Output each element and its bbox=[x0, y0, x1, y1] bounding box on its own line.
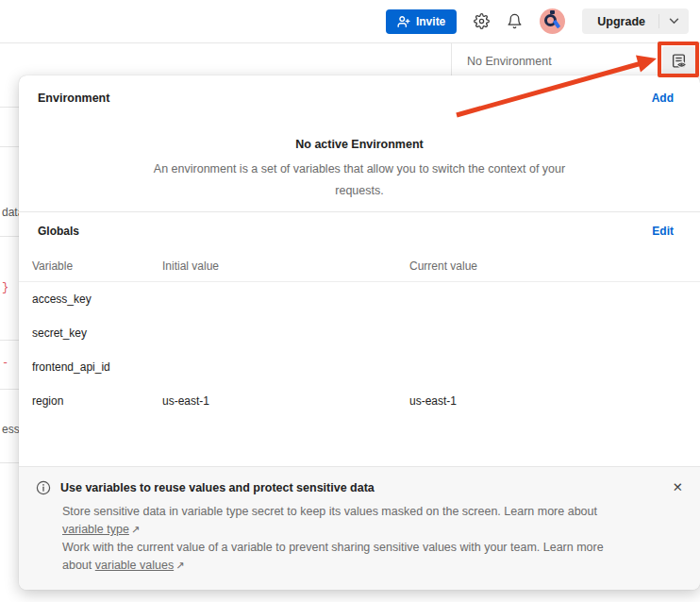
bell-icon bbox=[507, 13, 523, 29]
banner-paragraph: Store sensitive data in variable type se… bbox=[62, 503, 681, 539]
divider bbox=[0, 146, 19, 147]
variable-name: secret_key bbox=[32, 326, 162, 340]
column-header-initial-value: Initial value bbox=[162, 259, 409, 273]
divider bbox=[0, 462, 19, 463]
background-text-fragment: - bbox=[2, 357, 19, 370]
environment-panel-header: Environment Add bbox=[19, 75, 700, 121]
background-text-fragment: data bbox=[2, 206, 19, 219]
globals-title: Globals bbox=[38, 225, 79, 238]
divider bbox=[0, 236, 19, 237]
environment-selector[interactable]: No Environment bbox=[452, 43, 660, 78]
table-row[interactable]: region us-east-1 us-east-1 bbox=[19, 384, 700, 418]
variable-values-link[interactable]: variable values bbox=[95, 559, 174, 572]
background-page-strip: data } - ess bbox=[0, 77, 19, 602]
close-icon[interactable]: ✕ bbox=[673, 480, 683, 494]
environment-quick-look-icon bbox=[671, 53, 687, 69]
table-header-row: Variable Initial value Current value bbox=[19, 250, 700, 282]
notifications-button[interactable] bbox=[507, 13, 523, 29]
globals-header: Globals Edit bbox=[19, 211, 700, 250]
variable-name: frontend_api_id bbox=[32, 360, 162, 374]
environment-panel: Environment Add No active Environment An… bbox=[19, 75, 700, 590]
upgrade-button-label: Upgrade bbox=[582, 15, 658, 28]
gear-icon bbox=[474, 13, 490, 29]
external-link-icon: ↗ bbox=[175, 557, 184, 575]
no-active-environment-section: No active Environment An environment is … bbox=[19, 121, 700, 211]
variables-info-banner: Use variables to reuse values and protec… bbox=[19, 466, 700, 590]
environment-bar: No Environment bbox=[0, 42, 700, 77]
external-link-icon: ↗ bbox=[131, 521, 140, 539]
banner-text: Store sensitive data in variable type se… bbox=[62, 505, 597, 518]
info-icon bbox=[36, 480, 51, 495]
background-text-fragment: ess bbox=[2, 423, 19, 436]
avatar-pen bbox=[553, 20, 560, 29]
divider bbox=[0, 107, 19, 108]
background-text-fragment: } bbox=[2, 281, 19, 294]
environment-quick-look-button[interactable] bbox=[662, 46, 695, 75]
invite-button[interactable]: Invite bbox=[386, 9, 457, 34]
table-row[interactable]: secret_key bbox=[19, 316, 700, 350]
current-value: us-east-1 bbox=[409, 394, 700, 408]
banner-title-row: Use variables to reuse values and protec… bbox=[36, 480, 681, 495]
variable-type-link[interactable]: variable type bbox=[62, 523, 129, 536]
empty-state-description: An environment is a set of variables tha… bbox=[138, 159, 581, 202]
edit-globals-button[interactable]: Edit bbox=[652, 225, 674, 238]
divider bbox=[0, 340, 19, 341]
chevron-down-icon bbox=[639, 58, 649, 64]
variable-name: region bbox=[32, 394, 162, 408]
initial-value: us-east-1 bbox=[162, 394, 409, 408]
upgrade-button[interactable]: Upgrade bbox=[582, 8, 689, 34]
banner-body: Store sensitive data in variable type se… bbox=[36, 503, 681, 575]
environment-selector-label: No Environment bbox=[467, 55, 552, 68]
divider bbox=[0, 389, 19, 390]
banner-text: Work with the current value of a variabl… bbox=[62, 541, 604, 554]
user-plus-icon bbox=[397, 15, 410, 28]
banner-paragraph: Work with the current value of a variabl… bbox=[62, 539, 681, 575]
chevron-down-icon[interactable] bbox=[659, 18, 689, 25]
column-header-variable: Variable bbox=[32, 259, 162, 273]
table-row[interactable]: frontend_api_id bbox=[19, 350, 700, 384]
settings-button[interactable] bbox=[474, 13, 490, 29]
banner-title: Use variables to reuse values and protec… bbox=[60, 481, 375, 494]
globals-variables-table: Variable Initial value Current value acc… bbox=[19, 250, 700, 418]
add-environment-button[interactable]: Add bbox=[652, 92, 674, 105]
top-bar: Invite Upgrade bbox=[0, 0, 700, 42]
panel-title: Environment bbox=[38, 92, 109, 105]
table-row[interactable]: access_key bbox=[19, 282, 700, 316]
invite-button-label: Invite bbox=[416, 15, 445, 28]
variable-name: access_key bbox=[32, 293, 162, 306]
column-header-current-value: Current value bbox=[409, 259, 700, 273]
empty-state-title: No active Environment bbox=[19, 138, 700, 151]
banner-text: about bbox=[62, 559, 92, 572]
avatar[interactable] bbox=[540, 8, 565, 34]
top-bar-actions: Invite Upgrade bbox=[386, 0, 689, 42]
